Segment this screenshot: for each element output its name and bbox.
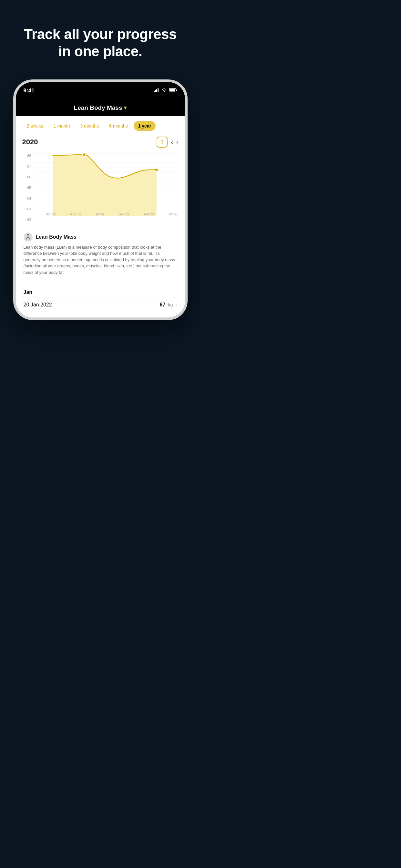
wifi-icon	[161, 88, 167, 93]
svg-rect-0	[154, 91, 155, 92]
y-label-62: 62	[22, 218, 31, 221]
chevron-down-icon[interactable]: ▾	[124, 104, 127, 111]
table-icon[interactable]: T	[157, 136, 167, 148]
svg-point-16	[155, 168, 158, 172]
y-label-64: 64	[22, 196, 31, 200]
signal-icon	[154, 88, 159, 93]
filter-2weeks[interactable]: 2 weeks	[22, 121, 48, 131]
svg-rect-2	[156, 89, 157, 92]
filter-1year[interactable]: 1 year	[134, 121, 156, 131]
data-entry-row[interactable]: 20 Jan 2022 67 kg ›	[22, 297, 179, 312]
prev-arrow[interactable]: ‹	[171, 138, 173, 146]
divider-2	[22, 280, 179, 280]
x-label-sep22: Sep '22	[119, 213, 130, 216]
filter-6months[interactable]: 6 months	[104, 121, 132, 131]
divider-1	[22, 228, 179, 228]
x-label-jan22-start: Jan '22	[45, 213, 56, 216]
year-controls: T ‹ ›	[157, 136, 178, 148]
filter-1month[interactable]: 1 month	[49, 121, 74, 131]
chart-y-labels: 68 67 66 65 64 63 62	[22, 152, 31, 223]
svg-point-15	[82, 153, 86, 156]
phone-mockup: 9:41	[13, 80, 188, 320]
info-description: Lean body mass (LBM) is a measure of bod…	[24, 244, 177, 276]
x-label-may22: May '22	[70, 213, 81, 216]
svg-rect-1	[155, 90, 156, 92]
notch	[80, 82, 121, 91]
filter-3months[interactable]: 3 months	[75, 121, 103, 131]
svg-rect-3	[158, 88, 158, 92]
year-label: 2020	[22, 138, 38, 146]
entry-value-row: 67 kg ›	[160, 302, 177, 308]
svg-rect-7	[176, 89, 177, 91]
x-label-nov22: Nov'22	[144, 213, 154, 216]
info-title: Lean Body Mass	[36, 234, 76, 240]
x-labels: Jan '22 May '22 Jul '22 Sep '22 Nov'22 J…	[45, 213, 179, 216]
entry-value: 67	[160, 302, 166, 308]
x-label-jan22-end: Jan '22	[168, 213, 179, 216]
time-filter-bar: 2 weeks 1 month 3 months 6 months 1 year	[22, 121, 179, 131]
chevron-right-icon: ›	[175, 302, 177, 308]
info-header: Lean Body Mass	[24, 232, 177, 242]
x-label-jul22: Jul '22	[95, 213, 104, 216]
entry-date: 20 Jan 2022	[24, 302, 52, 308]
hero-title: Track all your progress in one place.	[0, 0, 201, 80]
chart-area: Jan '22 May '22 Jul '22 Sep '22 Nov'22 J…	[34, 152, 179, 216]
status-icons	[154, 88, 177, 93]
status-bar: 9:41	[16, 82, 185, 100]
chart-container: 68 67 66 65 64 63 62	[22, 152, 179, 223]
nav-header: Lean Body Mass ▾	[16, 100, 185, 116]
y-label-63: 63	[22, 207, 31, 211]
y-label-68: 68	[22, 154, 31, 158]
phone-content: 2 weeks 1 month 3 months 6 months 1 year…	[16, 116, 185, 318]
entry-unit: kg	[168, 302, 173, 307]
info-section: Lean Body Mass Lean body mass (LBM) is a…	[22, 232, 179, 276]
chart-svg	[34, 152, 179, 216]
svg-rect-6	[169, 89, 175, 92]
status-time: 9:41	[24, 88, 35, 94]
y-label-66: 66	[22, 175, 31, 179]
svg-point-17	[27, 234, 29, 236]
battery-icon	[169, 88, 177, 93]
y-label-67: 67	[22, 164, 31, 168]
y-label-65: 65	[22, 186, 31, 190]
month-label: Jan	[24, 289, 33, 295]
month-section: Jan	[22, 285, 179, 297]
next-arrow[interactable]: ›	[176, 138, 179, 146]
year-row: 2020 T ‹ ›	[22, 136, 179, 148]
svg-point-4	[164, 91, 165, 92]
nav-title: Lean Body Mass	[74, 104, 122, 112]
body-icon	[24, 232, 33, 242]
